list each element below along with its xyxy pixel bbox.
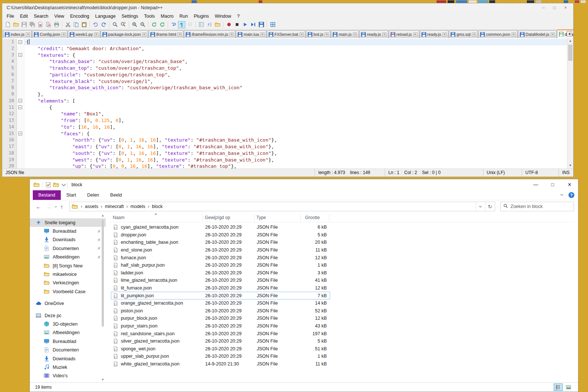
scroll-down-icon[interactable]: ▼: [101, 377, 105, 382]
tab-close-icon[interactable]: ×: [353, 32, 357, 37]
sidebar-item-onedrive[interactable]: OneDrive: [30, 299, 106, 308]
save-icon[interactable]: [20, 21, 28, 28]
code-line-8[interactable]: 8 "trashcan_base_with_icon": "custom/ove…: [2, 84, 567, 91]
tab-close-icon[interactable]: ×: [472, 32, 476, 37]
tab-close-icon[interactable]: ×: [300, 32, 304, 37]
play-macro-icon[interactable]: [241, 21, 249, 28]
sidebar-item-muziek[interactable]: Muziek: [30, 363, 106, 371]
stop-macro-icon[interactable]: [233, 21, 241, 28]
notepadpp-titlebar[interactable]: C:\Users\Max\Desktop\assets\minecraft\mo…: [2, 3, 573, 12]
back-icon[interactable]: ←: [34, 204, 43, 210]
ribbon-tab-beeld[interactable]: Beeld: [105, 192, 127, 198]
menu-file[interactable]: File: [4, 13, 17, 20]
code-line-9[interactable]: 9 },: [2, 91, 567, 98]
open-folder-icon[interactable]: [12, 21, 20, 28]
tab-close-icon[interactable]: ×: [551, 32, 555, 37]
fold-collapse-icon[interactable]: −: [18, 132, 22, 135]
tab-iframeresizer-min-js[interactable]: iframeResizer.min.js×: [184, 30, 235, 38]
code-line-3[interactable]: 3− "textures": {: [2, 52, 567, 59]
menu-[interactable]: ?: [234, 13, 242, 20]
ribbon-expand-chevron-icon[interactable]: [560, 192, 564, 198]
file-row-furnace[interactable]: { }furnace.json26-10-2020 20:29JSON File…: [111, 254, 330, 261]
file-row-end_stone[interactable]: { }end_stone.json26-10-2020 20:29JSON Fi…: [111, 246, 330, 254]
search-input[interactable]: [511, 204, 571, 209]
sidebar-scrollbar[interactable]: ▲ ▼: [101, 213, 105, 382]
qat-chevron-down-icon[interactable]: [61, 182, 64, 188]
new-folder-icon[interactable]: [53, 182, 59, 188]
tab-close-icon[interactable]: ×: [382, 32, 386, 37]
code-line-7[interactable]: 7 "texture_black": "custom/overige/1",: [2, 78, 567, 85]
menu-edit[interactable]: Edit: [17, 13, 31, 20]
tab-reload-js[interactable]: reload.js×: [389, 30, 419, 38]
file-row-silver_glazed_terracotta[interactable]: { }silver_glazed_terracotta.json26-10-20…: [111, 337, 330, 345]
tab-close-icon[interactable]: ×: [512, 32, 516, 37]
sidebar-item-documenten[interactable]: Documenten: [30, 346, 106, 354]
maximize-icon[interactable]: □: [549, 4, 560, 12]
maximize-icon[interactable]: □: [544, 179, 561, 190]
sync-vertical-icon[interactable]: [150, 21, 158, 28]
tab-datamodel-js[interactable]: DataModel.js×: [518, 30, 557, 38]
sidebar-item-afbeeldingen[interactable]: Afbeeldingen: [30, 253, 106, 261]
file-row-purpur_block[interactable]: { }purpur_block.json26-10-2020 20:29JSON…: [111, 315, 330, 322]
code-line-13[interactable]: 13 "from": [0, 0.125, 0],: [2, 117, 567, 124]
code-line-10[interactable]: 10− "elements": [: [2, 98, 567, 104]
tab-fxserver-bat[interactable]: FXServer.bat×: [267, 30, 305, 38]
address-dropdown-chevron-icon[interactable]: [476, 202, 485, 211]
tab-iframe-html[interactable]: iframe.html×: [148, 30, 183, 38]
scroll-up-icon[interactable]: ▲: [567, 38, 573, 44]
minimize-icon[interactable]: –: [538, 4, 549, 12]
sidebar-item-verkiezingen[interactable]: Verkiezingen: [30, 279, 106, 287]
file-row-upper_slab_purpur[interactable]: { }upper_slab_purpur.json26-10-2020 20:2…: [111, 353, 330, 360]
menu-view[interactable]: View: [51, 13, 67, 20]
code-line-14[interactable]: 14 "to": [16, 16, 16],: [2, 124, 567, 131]
tab-index-js[interactable]: index.js×: [3, 30, 32, 38]
tab-ready-js[interactable]: ready.js×: [359, 30, 388, 38]
file-row-cyan_glazed_terracotta[interactable]: { }cyan_glazed_terracotta.json26-10-2020…: [111, 223, 330, 231]
menu-search[interactable]: Search: [31, 13, 52, 20]
menu-language[interactable]: Language: [92, 13, 119, 20]
tab-close-icon[interactable]: ×: [142, 32, 146, 37]
sidebar-item-documenten[interactable]: Documenten: [30, 244, 106, 253]
tab-close-icon[interactable]: ×: [26, 32, 30, 37]
undo-icon[interactable]: [92, 21, 99, 28]
zoom-in-icon[interactable]: [131, 21, 138, 28]
close-icon[interactable]: ×: [560, 4, 571, 12]
fold-collapse-icon[interactable]: −: [18, 53, 22, 57]
save-all-icon[interactable]: [28, 21, 36, 28]
tab-close-icon[interactable]: ×: [260, 32, 265, 37]
fold-collapse-icon[interactable]: −: [18, 40, 22, 44]
breadcrumb-item-models[interactable]: models: [129, 204, 147, 209]
scrollbar-thumb[interactable]: [568, 45, 573, 61]
copy-icon[interactable]: [72, 21, 80, 28]
code-line-2[interactable]: 2 "credit": "Gemaakt door: Archantion",: [2, 45, 567, 52]
cut-icon[interactable]: [64, 21, 71, 28]
code-line-1[interactable]: 1−{: [2, 39, 567, 45]
file-row-enchanting_table_base[interactable]: { }enchanting_table_base.json26-10-2020 …: [111, 239, 330, 246]
redo-icon[interactable]: [100, 21, 107, 28]
close-file-icon[interactable]: [36, 21, 44, 28]
sidebar-item-3d-objecten[interactable]: 3D-objecten: [30, 320, 106, 328]
tab-main-lua[interactable]: main.lua×: [236, 30, 266, 38]
code-line-6[interactable]: 6 "particle": "custom/overige/trashcan_t…: [2, 72, 567, 78]
sidebar-item-bureaublad[interactable]: Bureaublad: [30, 337, 106, 346]
code-line-4[interactable]: 4 "trashcan_base": "custom/overige/trash…: [2, 58, 567, 65]
help-icon[interactable]: ?: [568, 192, 574, 198]
tab-scroll-left-button[interactable]: [567, 31, 572, 37]
code-line-19[interactable]: 19 "west": {"uv": [0, 1, 16, 16], "textu…: [2, 157, 567, 163]
column-header-naam[interactable]: Naam: [111, 214, 203, 221]
code-line-17[interactable]: 17 "east": {"uv": [0, 1, 16, 16], "textu…: [2, 143, 567, 150]
tab-main-js[interactable]: main.js×: [331, 30, 359, 38]
code-line-11[interactable]: 11− {: [2, 104, 567, 111]
forward-icon[interactable]: →: [43, 204, 53, 210]
menu-plugins[interactable]: Plugins: [191, 13, 212, 20]
folder-workspace-icon[interactable]: [214, 21, 221, 28]
replace-icon[interactable]: [119, 21, 127, 28]
ribbon-tab-delen[interactable]: Delen: [81, 192, 105, 198]
refresh-icon[interactable]: ↻: [485, 202, 495, 211]
find-icon[interactable]: [111, 21, 119, 28]
sidebar-item-bureaublad[interactable]: Bureaublad: [30, 227, 106, 235]
ribbon-tab-start[interactable]: Start: [61, 192, 81, 198]
file-row-purpur_stairs[interactable]: { }purpur_stairs.json26-10-2020 20:29JSO…: [111, 322, 330, 330]
tab-bot-js[interactable]: bot.js×: [306, 30, 330, 38]
sidebar-item-downloads[interactable]: Downloads: [30, 354, 106, 363]
